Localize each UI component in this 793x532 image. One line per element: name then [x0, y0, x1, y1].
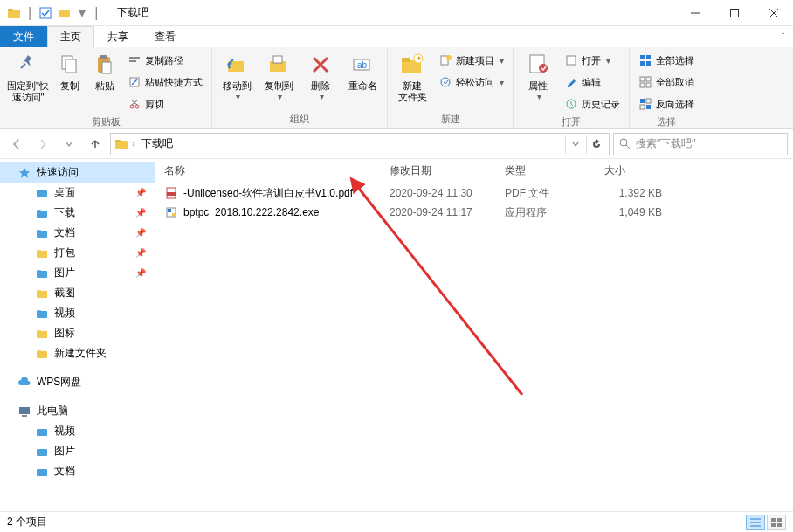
edit-button[interactable]: 编辑 — [561, 73, 624, 92]
easy-access-button[interactable]: 轻松访问▾ — [435, 73, 507, 92]
file-row[interactable]: -Unlicensed-软件培训白皮书v1.0.pdf2020-09-24 11… — [155, 183, 793, 203]
view-icons-button[interactable] — [767, 515, 786, 530]
copy-to-button[interactable]: 复制到▾ — [259, 49, 298, 103]
sidebar-item[interactable]: 视频 — [0, 303, 155, 323]
move-icon — [223, 51, 251, 79]
chevron-right-icon[interactable]: › — [132, 139, 134, 149]
svg-point-33 — [446, 55, 452, 60]
address-dropdown[interactable] — [565, 135, 584, 154]
svg-point-17 — [130, 105, 134, 108]
new-folder-icon: ✦ — [398, 51, 426, 79]
sidebar-item[interactable]: 图标 — [0, 323, 155, 343]
maximize-button[interactable] — [714, 0, 754, 26]
svg-rect-81 — [168, 209, 171, 212]
paste-shortcut-button[interactable]: 粘贴快捷方式 — [124, 73, 206, 92]
forward-button[interactable] — [31, 133, 54, 155]
sidebar-this-pc[interactable]: 此电脑 — [0, 401, 155, 421]
shortcut-icon — [128, 75, 141, 89]
folder-icon — [35, 246, 49, 260]
sidebar-wps[interactable]: WPS网盘 — [0, 372, 155, 392]
new-folder-button[interactable]: ✦新建 文件夹 — [393, 49, 431, 105]
pin-icon: 📌 — [135, 188, 146, 197]
new-item-button[interactable]: 新建项目▾ — [435, 51, 507, 70]
ribbon: 固定到"快 速访问" 复制 粘贴 复制路径 粘贴快捷方式 剪切 剪贴板 移动到▾… — [0, 47, 793, 129]
paste-button[interactable]: 粘贴 — [89, 49, 121, 93]
col-date[interactable]: 修改日期 — [381, 163, 496, 178]
svg-rect-15 — [129, 60, 136, 62]
file-icon — [164, 205, 178, 219]
svg-rect-40 — [646, 55, 651, 59]
sidebar-item[interactable]: 打包📌 — [0, 243, 155, 263]
cut-button[interactable]: 剪切 — [124, 94, 206, 114]
sidebar-item[interactable]: 视频 — [0, 421, 155, 441]
col-size[interactable]: 大小 — [596, 163, 683, 178]
svg-rect-42 — [646, 61, 651, 66]
address-bar: › 下载吧 搜索"下载吧" — [0, 129, 793, 159]
sidebar-item-label: 截图 — [54, 286, 75, 301]
svg-rect-29 — [402, 58, 410, 62]
sidebar-item[interactable]: 文档📌 — [0, 223, 155, 243]
invert-selection-button[interactable]: 反向选择 — [635, 94, 698, 114]
minimize-button[interactable] — [675, 0, 714, 26]
history-button[interactable]: 历史记录 — [561, 94, 624, 114]
select-all-button[interactable]: 全部选择 — [635, 51, 698, 70]
svg-rect-49 — [640, 105, 645, 109]
sidebar-item[interactable]: 截图 — [0, 283, 155, 303]
ribbon-help[interactable]: ˆ — [771, 26, 793, 47]
recent-button[interactable] — [58, 133, 80, 155]
sidebar-item[interactable]: 图片📌 — [0, 263, 155, 283]
copy-path-button[interactable]: 复制路径 — [124, 51, 206, 70]
sidebar-item[interactable]: 桌面📌 — [0, 183, 155, 203]
col-name[interactable]: 名称 — [155, 163, 381, 178]
sidebar-item[interactable]: 新建文件夹 — [0, 343, 155, 363]
folder-icon — [35, 226, 49, 240]
open-button[interactable]: 打开▾ — [561, 51, 624, 70]
chevron-up-icon: ˆ — [782, 32, 784, 42]
check-icon[interactable] — [38, 6, 52, 20]
history-icon — [564, 97, 578, 111]
file-row[interactable]: bptpc_2018.10.222.2842.exe2020-09-24 11:… — [155, 203, 793, 222]
folder-icon — [35, 327, 49, 341]
chevron-down-icon: ▾ — [278, 92, 282, 101]
separator: | — [94, 5, 98, 21]
easy-access-icon — [438, 75, 452, 89]
navigation-pane[interactable]: 快速访问 桌面📌下载📌文档📌打包📌图片📌截图视频图标新建文件夹 WPS网盘 此电… — [0, 159, 155, 511]
chevron-down-icon: ▾ — [537, 92, 541, 101]
breadcrumb[interactable]: 下载吧 — [138, 136, 176, 151]
tab-home[interactable]: 主页 — [47, 26, 94, 47]
col-type[interactable]: 类型 — [496, 163, 596, 178]
view-details-button[interactable] — [746, 515, 765, 530]
group-label: 新建 — [393, 111, 507, 128]
sidebar-quick-access[interactable]: 快速访问 — [0, 162, 155, 183]
search-input[interactable]: 搜索"下载吧" — [613, 133, 788, 155]
refresh-button[interactable] — [586, 135, 605, 154]
select-none-button[interactable]: 全部取消 — [635, 73, 698, 92]
pin-icon: 📌 — [135, 248, 146, 258]
sidebar-item[interactable]: 下载📌 — [0, 203, 155, 223]
tab-file[interactable]: 文件 — [0, 26, 47, 47]
up-button[interactable] — [84, 133, 107, 155]
select-none-icon — [638, 75, 652, 89]
pin-quick-access-button[interactable]: 固定到"快 速访问" — [5, 49, 51, 105]
folder-small-icon[interactable] — [58, 6, 72, 20]
move-to-button[interactable]: 移动到▾ — [217, 49, 256, 103]
sidebar-item-label: 图片 — [54, 444, 75, 459]
chevron-down-icon: ▾ — [236, 92, 240, 101]
ribbon-tabs: 文件 主页 共享 查看 ˆ — [0, 26, 793, 47]
svg-rect-45 — [640, 83, 645, 87]
address-box[interactable]: › 下载吧 — [110, 133, 610, 155]
back-button[interactable] — [5, 133, 28, 155]
tab-share[interactable]: 共享 — [94, 26, 141, 47]
rename-button[interactable]: ab重命名 — [343, 49, 382, 93]
svg-rect-70 — [37, 330, 41, 333]
ribbon-group-clipboard: 固定到"快 速访问" 复制 粘贴 复制路径 粘贴快捷方式 剪切 剪贴板 — [0, 47, 212, 128]
sidebar-item[interactable]: 图片 — [0, 441, 155, 461]
copy-button[interactable]: 复制 — [54, 49, 86, 93]
svg-rect-44 — [646, 77, 651, 81]
close-button[interactable] — [754, 0, 793, 26]
tab-view[interactable]: 查看 — [141, 26, 189, 47]
svg-rect-82 — [172, 213, 175, 216]
delete-button[interactable]: 删除▾ — [301, 49, 340, 103]
properties-button[interactable]: 属性▾ — [519, 49, 557, 103]
sidebar-item[interactable]: 文档 — [0, 461, 155, 481]
